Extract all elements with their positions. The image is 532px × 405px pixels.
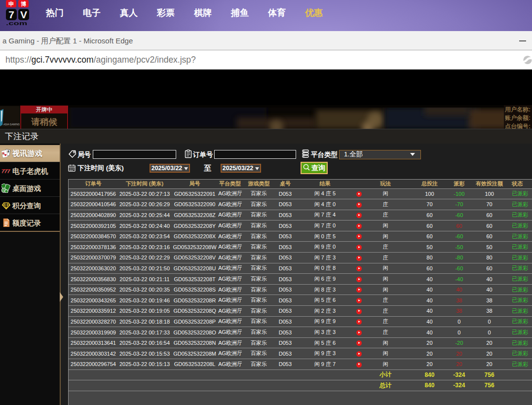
svg-text:777: 777 [1,169,11,174]
svg-text:ASIA GAMING: ASIA GAMING [3,123,20,126]
